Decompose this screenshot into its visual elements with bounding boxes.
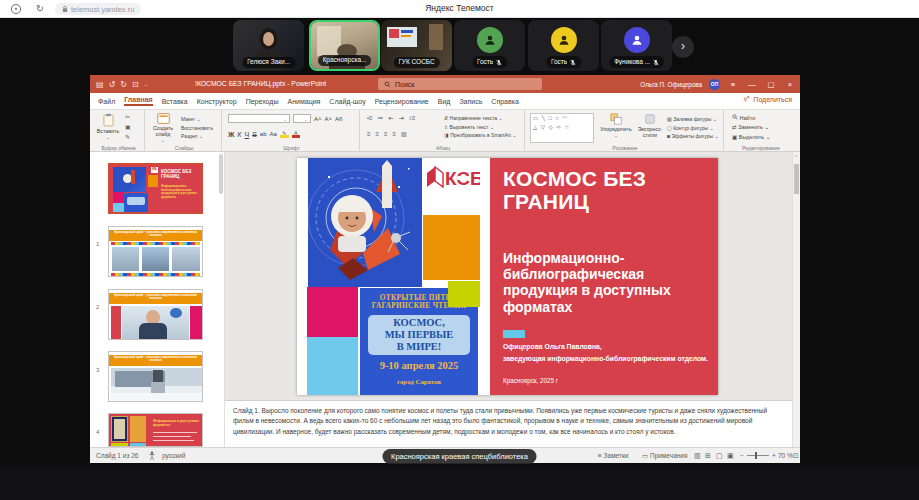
- slide-thumbnail-5[interactable]: Информация в доступных форматах: [108, 413, 203, 447]
- slide-thumbnail-4[interactable]: Красноярский край – участник современног…: [108, 351, 203, 402]
- account-name[interactable]: Ольга П. Офицерова: [640, 81, 702, 88]
- underline-button[interactable]: Ч: [244, 131, 249, 138]
- line-spacing-icon[interactable]: ↕≡: [409, 115, 416, 121]
- tab-view[interactable]: Вид: [438, 98, 451, 105]
- smartart-menu[interactable]: ◨ Преобразовать в SmartArt ⌄: [444, 131, 516, 140]
- participant-tile[interactable]: Гелюся Заки...: [233, 20, 304, 71]
- slide-thumbnail-1[interactable]: КБ КОСМОС БЕЗ ГРАНИЦ Информационно-библи…: [108, 163, 203, 214]
- slide-scrollbar[interactable]: ⌃: [792, 152, 800, 447]
- participant-tile[interactable]: Гость: [528, 20, 599, 71]
- shape-fill-menu[interactable]: ▨ Заливка фигуры ⌄: [667, 115, 719, 124]
- tab-record[interactable]: Запись: [459, 98, 482, 105]
- cut-icon[interactable]: ✂: [125, 114, 130, 122]
- participant-tile[interactable]: Фуникова ...: [601, 20, 672, 71]
- format-painter-icon[interactable]: ✎: [125, 134, 130, 142]
- align-center-icon[interactable]: ≡: [376, 131, 380, 137]
- text-direction-menu[interactable]: ⇵ Направление текста ⌄: [444, 114, 516, 123]
- participant-tile-active-speaker[interactable]: Красноярска...: [309, 20, 380, 71]
- scrollbar-thumb[interactable]: [794, 164, 799, 194]
- tab-slideshow[interactable]: Слайд-шоу: [329, 98, 365, 105]
- share-button[interactable]: Поделиться: [743, 96, 792, 103]
- thumbnail-scrollbar[interactable]: [219, 154, 223, 194]
- increase-font-icon[interactable]: А˄: [314, 116, 322, 122]
- notes-pane[interactable]: Слайд 1. Выросло поколение для которого …: [225, 400, 792, 447]
- tab-home[interactable]: Главная: [124, 96, 152, 106]
- language-indicator[interactable]: русский: [162, 452, 185, 459]
- justify-icon[interactable]: ≡: [393, 131, 397, 137]
- align-right-icon[interactable]: ≡: [384, 131, 388, 137]
- redo-icon[interactable]: ↻: [120, 80, 127, 89]
- zoom-slider[interactable]: [747, 455, 769, 456]
- participant-tile[interactable]: Гость: [454, 20, 525, 71]
- numbering-icon[interactable]: ≔: [378, 114, 384, 121]
- columns-icon[interactable]: ▥: [401, 130, 407, 137]
- tab-animations[interactable]: Анимация: [287, 98, 320, 105]
- select-button[interactable]: ▣ Выделить ⌄: [732, 133, 770, 142]
- reset-button[interactable]: Восстановить: [181, 124, 213, 133]
- ppt-search-box[interactable]: Поиск: [378, 78, 542, 90]
- italic-button[interactable]: К: [237, 131, 241, 138]
- accessibility-icon[interactable]: [148, 451, 156, 460]
- normal-view-icon[interactable]: ▥: [694, 452, 701, 460]
- zoom-slider-thumb[interactable]: [755, 452, 757, 459]
- align-left-icon[interactable]: ≡: [367, 131, 371, 137]
- ribbon-options-icon[interactable]: ≡: [727, 80, 739, 89]
- slide-thumbnail-2[interactable]: Красноярский край – участник современног…: [108, 226, 203, 277]
- char-spacing-icon[interactable]: ab: [260, 131, 267, 137]
- zoom-level[interactable]: 70 %: [778, 452, 793, 459]
- zoom-in-icon[interactable]: +: [772, 452, 776, 459]
- comments-button[interactable]: ▭ Примечания: [642, 452, 687, 460]
- align-text-menu[interactable]: ⇳ Выровнять текст ⌄: [444, 123, 516, 132]
- slide-sorter-icon[interactable]: ⊞: [705, 452, 711, 460]
- font-name-select[interactable]: ⌄: [228, 114, 290, 123]
- bullets-icon[interactable]: •≡: [367, 115, 373, 121]
- clear-format-icon[interactable]: Аб: [335, 116, 342, 122]
- slideshow-icon[interactable]: ▣: [727, 452, 734, 460]
- font-color-icon[interactable]: А: [292, 130, 300, 138]
- arrange-button[interactable]: Упорядочить ⌄: [599, 113, 633, 138]
- next-participants-button[interactable]: ›: [672, 36, 694, 58]
- scroll-up-icon[interactable]: ⌃: [794, 154, 798, 160]
- strikethrough-button[interactable]: S: [252, 131, 257, 138]
- section-menu[interactable]: Раздел ⌄: [181, 132, 213, 141]
- shape-outline-menu[interactable]: ▢ Контур фигуры ⌄: [667, 124, 719, 133]
- change-case-button[interactable]: Аа: [270, 131, 277, 137]
- paste-button[interactable]: Вставить ⌄: [96, 113, 120, 140]
- new-slide-button[interactable]: Создать слайд ⌄: [149, 113, 177, 143]
- tab-help[interactable]: Справка: [491, 98, 518, 105]
- save-icon[interactable]: ▤: [96, 80, 104, 89]
- tab-design[interactable]: Конструктор: [197, 98, 237, 105]
- replace-button[interactable]: ⇄ Заменить ⌄: [732, 123, 770, 132]
- notes-button[interactable]: ≡ Заметки: [598, 452, 628, 459]
- shape-effects-menu[interactable]: ◙ Эффекты фигуры ⌄: [667, 132, 719, 141]
- decrease-font-icon[interactable]: А˅: [325, 116, 333, 122]
- quick-styles-button[interactable]: Экспресс-стили: [635, 113, 665, 138]
- shapes-gallery[interactable]: ▭ ╲ □ ○ ◠ △ ▽ ◇ ⇨ ☆: [530, 113, 594, 143]
- participant-tile[interactable]: ГУК СОСБС: [381, 20, 452, 71]
- indent-decrease-icon[interactable]: ⇤: [389, 114, 394, 121]
- zoom-out-icon[interactable]: −: [740, 452, 744, 459]
- slide-canvas[interactable]: КСБ ОТКРЫТЫЕ ПЯТЫЕ ГАГАРИНСКИЕ ЧТЕНИЯ КО…: [297, 158, 718, 395]
- bold-button[interactable]: Ж: [228, 131, 234, 138]
- highlight-color-icon[interactable]: ✎: [280, 130, 289, 138]
- qat-customize-icon[interactable]: ⌄: [144, 81, 148, 87]
- tab-transitions[interactable]: Переходы: [246, 98, 279, 105]
- tab-file[interactable]: Файл: [98, 98, 115, 105]
- copy-icon[interactable]: ▣: [125, 124, 131, 132]
- font-size-select[interactable]: ⌄: [293, 114, 311, 123]
- restore-icon[interactable]: ▢: [765, 80, 777, 89]
- tab-insert[interactable]: Вставка: [162, 98, 188, 105]
- start-presentation-icon[interactable]: ⊡: [132, 80, 139, 89]
- reading-view-icon[interactable]: ▢: [716, 452, 723, 460]
- account-avatar[interactable]: ОП: [709, 79, 720, 90]
- indent-increase-icon[interactable]: ⇥: [399, 114, 404, 121]
- layout-menu[interactable]: Макет ⌄: [181, 115, 213, 124]
- minimize-icon[interactable]: —: [746, 80, 758, 89]
- close-icon[interactable]: ×: [784, 80, 796, 89]
- slide-thumbnail-3[interactable]: Красноярский край – участник современног…: [108, 289, 203, 340]
- find-button[interactable]: Найти: [732, 114, 770, 123]
- undo-icon[interactable]: ↺: [109, 80, 116, 89]
- participant-name: Гость: [477, 59, 493, 66]
- fit-to-window-icon[interactable]: ⊡: [793, 452, 799, 460]
- tab-review[interactable]: Рецензирование: [375, 98, 429, 105]
